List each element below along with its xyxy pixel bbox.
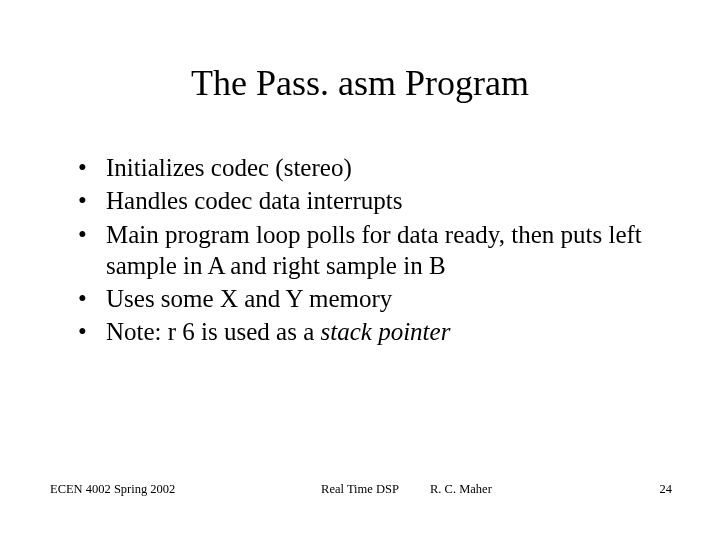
bullet-text-emph: stack pointer bbox=[321, 318, 451, 345]
slide-content: Initializes codec (stereo) Handles codec… bbox=[0, 114, 720, 348]
list-item: Main program loop polls for data ready, … bbox=[78, 219, 670, 282]
footer-center: Real Time DSP bbox=[0, 482, 720, 497]
footer-author: R. C. Maher bbox=[430, 482, 492, 497]
bullet-text: Initializes codec (stereo) bbox=[106, 154, 352, 181]
list-item: Initializes codec (stereo) bbox=[78, 152, 670, 183]
bullet-text: Handles codec data interrupts bbox=[106, 187, 402, 214]
list-item: Uses some X and Y memory bbox=[78, 283, 670, 314]
bullet-text: Note: r 6 is used as a bbox=[106, 318, 321, 345]
bullet-text: Uses some X and Y memory bbox=[106, 285, 392, 312]
list-item: Note: r 6 is used as a stack pointer bbox=[78, 316, 670, 347]
slide: The Pass. asm Program Initializes codec … bbox=[0, 0, 720, 540]
bullet-text: Main program loop polls for data ready, … bbox=[106, 221, 642, 279]
list-item: Handles codec data interrupts bbox=[78, 185, 670, 216]
slide-title: The Pass. asm Program bbox=[0, 0, 720, 114]
bullet-list: Initializes codec (stereo) Handles codec… bbox=[50, 152, 670, 348]
footer-page-number: 24 bbox=[660, 482, 673, 497]
